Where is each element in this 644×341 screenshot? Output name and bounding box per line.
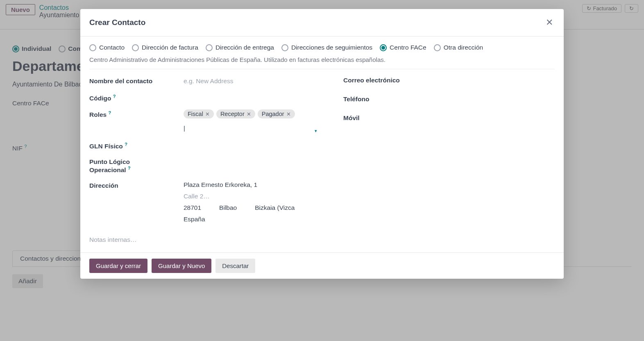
label-email: Correo electrónico (343, 77, 555, 84)
radio-invoice-address[interactable]: Dirección de factura (132, 44, 198, 51)
tag-remove-icon[interactable]: ✕ (205, 111, 210, 117)
label-roles: Roles ? (89, 109, 167, 118)
tag-label: Receptor (220, 111, 245, 117)
address-zip[interactable]: 28701 (184, 204, 201, 211)
tag-remove-icon[interactable]: ✕ (286, 111, 291, 117)
radio-icon (206, 44, 213, 51)
radio-label: Contacto (99, 44, 125, 51)
radio-contacto[interactable]: Contacto (89, 44, 125, 51)
save-new-button[interactable]: Guardar y Nuevo (152, 259, 211, 273)
radio-label: Centro FACe (390, 44, 426, 51)
radio-icon (434, 44, 441, 51)
label-gln: GLN Físico ? (89, 141, 167, 150)
address-fields: Plaza Ernesto Erkoreka, 1 Calle 2… 28701… (184, 181, 319, 227)
address-country[interactable]: España (184, 216, 319, 223)
radio-label: Otra dirección (444, 44, 483, 51)
save-close-button[interactable]: Guardar y cerrar (89, 259, 147, 273)
label-address: Dirección (89, 181, 167, 189)
role-tag[interactable]: Receptor✕ (216, 109, 255, 118)
radio-icon (281, 44, 288, 51)
modal-title: Crear Contacto (89, 18, 145, 27)
tag-remove-icon[interactable]: ✕ (247, 111, 251, 117)
radio-icon (380, 44, 387, 51)
radio-followup-address[interactable]: Direcciones de seguimientos (281, 44, 372, 51)
role-tag[interactable]: Pagador✕ (258, 109, 295, 118)
type-description: Centro Administrativo de Administracione… (89, 56, 555, 63)
label-contact-name: Nombre del contacto (89, 77, 167, 85)
role-tag[interactable]: Fiscal✕ (184, 109, 214, 118)
internal-notes-input[interactable]: Notas internas… (89, 236, 319, 243)
create-contact-modal: Crear Contacto ✕ Contacto Dirección de f… (80, 9, 564, 279)
radio-delivery-address[interactable]: Dirección de entrega (206, 44, 274, 51)
address-city[interactable]: Bilbao (219, 204, 237, 211)
radio-label: Direcciones de seguimientos (291, 44, 372, 51)
address-type-radios: Contacto Dirección de factura Dirección … (89, 44, 555, 51)
modal-body: Contacto Dirección de factura Dirección … (80, 36, 564, 252)
radio-centro-face[interactable]: Centro FACe (380, 44, 426, 51)
label-plo: Punto Lógico Operacional ? (89, 157, 167, 174)
label-codigo: Código ? (89, 93, 167, 102)
contact-name-input[interactable] (184, 77, 319, 86)
radio-other-address[interactable]: Otra dirección (434, 44, 483, 51)
discard-button[interactable]: Descartar (215, 259, 255, 273)
chevron-down-icon[interactable]: ▾ (315, 128, 319, 134)
modal-overlay: Crear Contacto ✕ Contacto Dirección de f… (0, 0, 644, 341)
radio-label: Dirección de entrega (215, 44, 274, 51)
tag-label: Fiscal (188, 111, 203, 117)
label-phone: Teléfono (343, 95, 555, 103)
tag-label: Pagador (262, 111, 284, 117)
radio-icon (132, 44, 139, 51)
close-icon[interactable]: ✕ (544, 16, 555, 29)
plo-input[interactable] (184, 157, 319, 166)
roles-tags-input[interactable]: Fiscal✕ Receptor✕ Pagador✕ | ▾ (184, 109, 319, 134)
modal-footer: Guardar y cerrar Guardar y Nuevo Descart… (80, 252, 564, 279)
label-mobile: Móvil (343, 114, 555, 122)
address-street2-input[interactable]: Calle 2… (184, 193, 319, 200)
modal-header: Crear Contacto ✕ (80, 9, 564, 36)
gln-input[interactable] (184, 141, 319, 150)
codigo-input[interactable] (184, 93, 319, 102)
address-street[interactable]: Plaza Ernesto Erkoreka, 1 (184, 181, 319, 189)
address-state[interactable]: Bizkaia (Vizca (255, 204, 295, 211)
radio-label: Dirección de factura (142, 44, 198, 51)
radio-icon (89, 44, 96, 51)
